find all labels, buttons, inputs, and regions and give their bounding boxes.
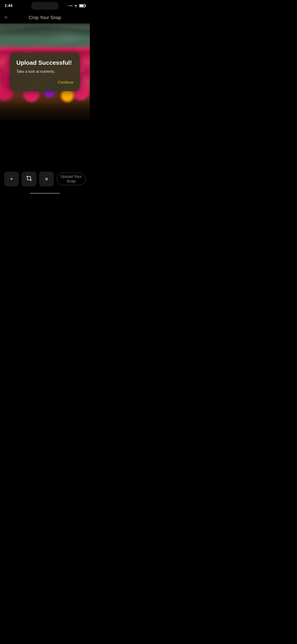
modal-body: Take a look at nutrients.	[16, 70, 74, 74]
status-icons	[67, 4, 85, 7]
close-icon: ×	[45, 176, 48, 183]
upload-snap-button[interactable]: Upload Your Snap	[57, 173, 86, 185]
add-button[interactable]: +	[4, 172, 19, 186]
svg-point-0	[76, 7, 76, 7]
close-button[interactable]: ×	[39, 172, 54, 186]
signal-icon	[67, 5, 72, 6]
back-button[interactable]: <	[4, 14, 8, 20]
page-title: Crop Your Snap	[28, 15, 61, 20]
home-indicator	[0, 189, 90, 194]
plus-icon: +	[10, 176, 13, 182]
nav-bar: < Crop Your Snap	[0, 12, 90, 24]
success-modal: Upload Successful! Take a look at nutrie…	[10, 53, 80, 91]
status-bar: 1:44	[0, 0, 90, 12]
middle-area	[0, 120, 90, 168]
modal-title: Upload Successful!	[16, 59, 74, 66]
continue-button[interactable]: Continue	[58, 79, 74, 86]
bottom-toolbar: + × Upload Your Snap	[0, 168, 90, 189]
battery-icon	[79, 4, 85, 7]
modal-overlay: Upload Successful! Take a look at nutrie…	[0, 24, 90, 120]
crop-button[interactable]	[22, 172, 36, 186]
dynamic-island	[31, 2, 59, 10]
home-bar	[30, 193, 60, 194]
crop-icon	[26, 175, 32, 183]
modal-actions: Continue	[16, 79, 74, 86]
status-time: 1:44	[4, 4, 12, 8]
wifi-icon	[74, 4, 78, 7]
image-container: Upload Successful! Take a look at nutrie…	[0, 24, 90, 120]
